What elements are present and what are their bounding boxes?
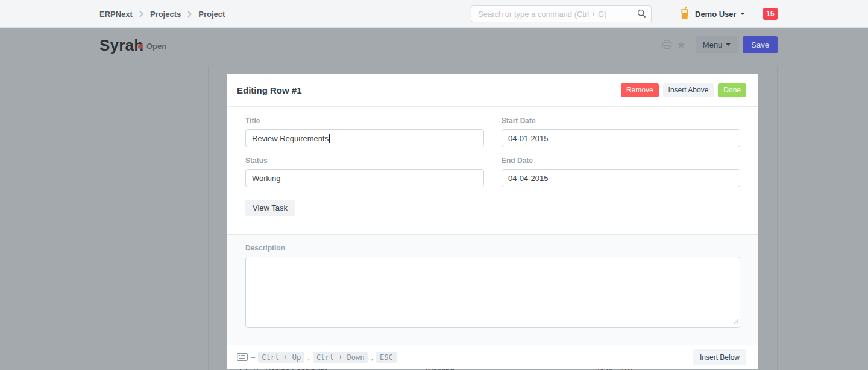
title-input[interactable]: Review Requirements: [245, 129, 484, 147]
description-textarea[interactable]: [245, 257, 740, 328]
comma: ,: [371, 352, 373, 362]
status-indicator: Open: [138, 42, 166, 51]
search-icon[interactable]: [637, 9, 646, 21]
avatar-juice-icon: [680, 6, 690, 22]
start-date-input[interactable]: [502, 129, 740, 147]
chevron-down-icon: [740, 13, 745, 15]
text-cursor: [329, 134, 330, 143]
user-menu[interactable]: Demo User: [680, 0, 745, 28]
breadcrumb-erpnext[interactable]: ERPNext: [99, 10, 133, 19]
shortcut-ctrl-down: Ctrl + Down: [313, 352, 368, 363]
row-editor-header: Editing Row #1 Remove Insert Above Done: [227, 74, 758, 107]
comma: ,: [307, 352, 310, 362]
keyboard-shortcuts: – Ctrl + Up , Ctrl + Down , ESC: [237, 352, 397, 363]
row-editor-form: Title Review Requirements Status View Ta…: [227, 107, 758, 234]
row-editor-footer: – Ctrl + Up , Ctrl + Down , ESC Insert B…: [227, 345, 758, 369]
insert-below-button[interactable]: Insert Below: [693, 349, 746, 365]
menu-button[interactable]: Menu: [696, 36, 738, 53]
breadcrumb-project[interactable]: Project: [198, 10, 225, 19]
shortcut-ctrl-up: Ctrl + Up: [258, 352, 304, 363]
end-date-input[interactable]: [502, 169, 740, 187]
view-task-button[interactable]: View Task: [245, 200, 295, 216]
user-name[interactable]: Demo User: [695, 10, 745, 19]
save-button[interactable]: Save: [743, 36, 778, 53]
search-input[interactable]: [471, 5, 652, 22]
print-icon[interactable]: [662, 40, 672, 49]
chevron-down-icon: [726, 43, 731, 46]
remove-button[interactable]: Remove: [621, 83, 659, 97]
breadcrumb-projects[interactable]: Projects: [150, 10, 181, 19]
star-icon[interactable]: ★: [677, 40, 686, 50]
chevron-right-icon: [139, 11, 143, 18]
status-label: Status: [245, 156, 484, 165]
layout-divider: [208, 66, 209, 370]
global-search: [471, 5, 652, 22]
done-button[interactable]: Done: [718, 83, 746, 97]
layout-divider: [777, 66, 778, 370]
chevron-right-icon: [187, 11, 192, 18]
status-label: Open: [146, 42, 166, 51]
page-header: Syrah Open ★ Menu Save: [0, 28, 868, 66]
description-label: Description: [245, 244, 740, 252]
title-label: Title: [245, 116, 484, 125]
start-date-label: Start Date: [502, 116, 740, 125]
description-section: Description: [227, 234, 758, 345]
header-actions: ★ Menu Save: [662, 36, 778, 53]
row-editor-panel: Editing Row #1 Remove Insert Above Done …: [227, 74, 758, 369]
breadcrumb: ERPNext Projects Project: [99, 0, 225, 28]
insert-above-button[interactable]: Insert Above: [663, 83, 714, 97]
dash-separator: –: [251, 352, 255, 362]
end-date-label: End Date: [502, 156, 740, 165]
page-title: Syrah: [99, 36, 143, 55]
notification-badge[interactable]: 15: [763, 8, 778, 20]
top-navbar: ERPNext Projects Project Demo User 15: [0, 0, 868, 28]
status-input[interactable]: [245, 169, 484, 187]
editor-heading: Editing Row #1: [237, 85, 302, 95]
resize-grip-icon[interactable]: [733, 316, 739, 327]
shortcut-esc: ESC: [376, 352, 397, 363]
keyboard-icon: [237, 353, 248, 361]
status-dot-icon: [138, 44, 143, 49]
